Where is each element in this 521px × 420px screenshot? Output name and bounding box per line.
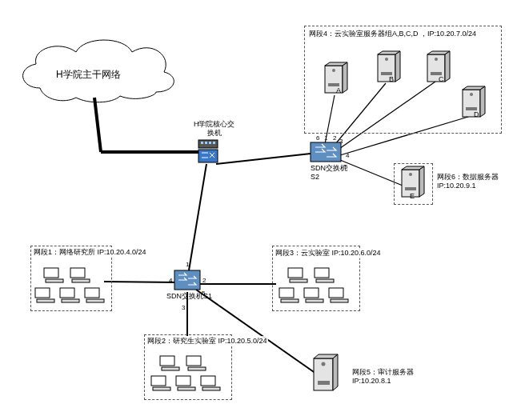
s1-switch-icon <box>174 270 200 290</box>
svg-rect-37 <box>318 381 330 385</box>
s2-port-5: 5 <box>344 163 347 170</box>
core-switch-label: H学院核心交 换机 <box>194 120 235 138</box>
s2-port-4: 4 <box>346 152 349 159</box>
s1-port-2: 2 <box>202 277 206 284</box>
server-d-label: D <box>474 110 479 119</box>
svg-rect-6 <box>311 142 341 162</box>
core-switch-icon <box>198 140 218 162</box>
svg-point-36 <box>322 362 326 366</box>
server-b-label: B <box>389 75 394 84</box>
link-core-s2 <box>216 154 311 164</box>
s1-port-4: 4 <box>169 277 172 284</box>
svg-rect-2 <box>201 142 203 144</box>
s1-port-3: 3 <box>182 304 185 311</box>
link-core-s1 <box>189 164 206 270</box>
s2-switch-icon <box>311 142 341 162</box>
cloud-label: H学院主干网络 <box>56 69 121 80</box>
svg-marker-35 <box>333 354 338 390</box>
seg3-title: 网段3：云实验室 IP:10.20.6.0/24 <box>275 248 382 258</box>
server-a-label: A <box>336 86 341 95</box>
svg-rect-4 <box>209 142 211 144</box>
s2-port-6: 6 <box>316 134 319 142</box>
s1-port-1: 1 <box>186 261 189 268</box>
s2-port-2: 2 <box>333 134 336 142</box>
s1-port-5: 5 <box>202 290 205 297</box>
server-c-label: C <box>439 75 444 84</box>
s2-port-1: 1 <box>324 134 327 142</box>
s2-switch-label: SDN交换机 S2 <box>311 164 347 182</box>
svg-rect-1 <box>198 150 218 162</box>
seg4-title: 网段4：云实验室服务器组A,B,C,D ，IP:10.20.7.0/24 <box>308 29 477 39</box>
seg1-title: 网段1：网络研究所 IP:10.20.4.0/24 <box>33 247 147 258</box>
s2-port-3: 3 <box>339 138 343 145</box>
seg5-title: 网段5：审计服务器 IP:10.20.8.1 <box>352 368 414 386</box>
s1-switch-label: SDN交换机S1 <box>166 292 212 301</box>
svg-rect-7 <box>174 270 200 290</box>
seg2-title: 网段2：研究生实验室 IP:10.20.5.0/24 <box>146 336 268 346</box>
server-audit-icon <box>314 354 338 390</box>
server-e-label: E <box>410 192 415 201</box>
network-diagram: H学院主干网络 H学院核心交 换机 SDN交换机 S2 SDN交换机S1 网段4… <box>0 0 521 420</box>
link-s1-seg1 <box>104 282 178 282</box>
seg4-group <box>304 26 502 134</box>
link-cloud-core <box>94 98 101 152</box>
svg-rect-5 <box>213 142 215 144</box>
seg6-title: 网段6：数据服务器 IP:10.20.9.1 <box>437 173 499 190</box>
svg-rect-3 <box>205 142 207 144</box>
